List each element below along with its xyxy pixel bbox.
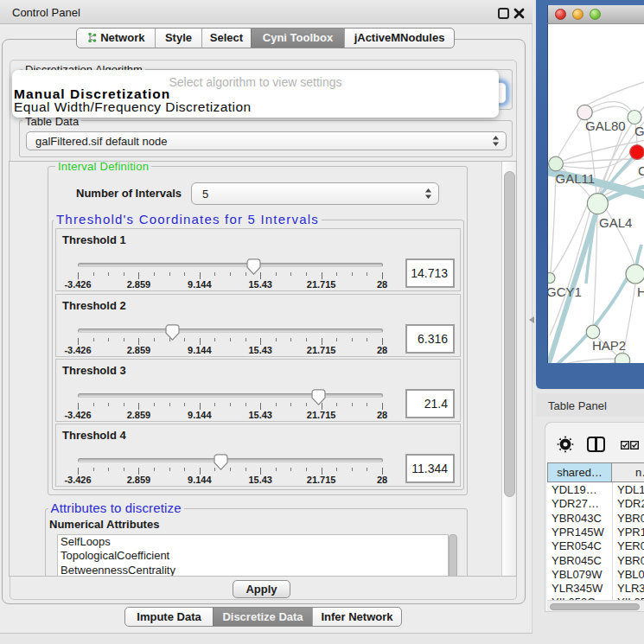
svg-text:H: H xyxy=(637,284,644,299)
svg-text:GAL11: GAL11 xyxy=(556,171,596,186)
svg-text:GAL80: GAL80 xyxy=(585,118,626,133)
svg-text:GCY1: GCY1 xyxy=(548,284,582,299)
svg-text:C: C xyxy=(638,163,644,178)
svg-text:GAL4: GAL4 xyxy=(599,215,632,230)
svg-text:HAP2: HAP2 xyxy=(592,338,626,353)
svg-text:GA: GA xyxy=(634,124,644,138)
